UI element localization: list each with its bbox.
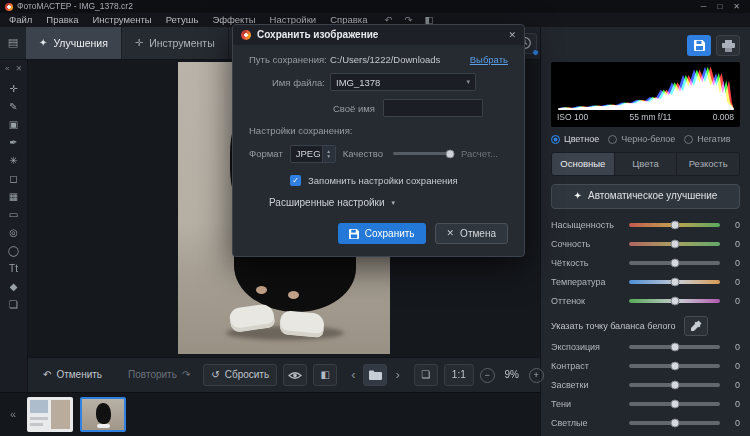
mode-color[interactable]: Цветное (551, 134, 599, 145)
exposure-track[interactable] (629, 345, 720, 349)
tint-track[interactable] (629, 299, 720, 303)
spin-down-icon[interactable]: ▾ (327, 154, 330, 159)
open-folder-button[interactable] (363, 364, 387, 386)
dialog-save-button[interactable]: Сохранить (338, 223, 426, 244)
slider-knob[interactable] (670, 278, 679, 287)
format-spinner[interactable]: ▴ ▾ (322, 146, 335, 162)
print-button[interactable] (716, 35, 740, 56)
advanced-settings-toggle[interactable]: Расширенные настройки ▾ (269, 197, 508, 209)
highlights-track[interactable] (629, 383, 720, 387)
checkbox-checked-icon[interactable]: ✓ (290, 175, 301, 186)
radio-selected-icon (551, 135, 560, 144)
radial-filter-tool-icon[interactable]: ◎ (6, 225, 22, 241)
filmstrip-collapse-icon[interactable]: « (6, 408, 20, 421)
format-select[interactable]: JPEG ▴ ▾ (290, 145, 336, 163)
zoom-in-button[interactable]: + (529, 368, 544, 383)
preview-original-button[interactable] (283, 364, 307, 386)
tab-sharpness[interactable]: Резкость (677, 153, 739, 175)
text-tool-icon[interactable]: Tt (6, 261, 22, 277)
dialog-cancel-button[interactable]: ✕ Отмена (435, 223, 508, 244)
slider-tint: Оттенок 0 (551, 292, 740, 311)
crop-tool-icon[interactable]: ◻ (6, 171, 22, 187)
advanced-settings-label: Расширенные настройки (269, 197, 385, 209)
vibrance-track[interactable] (629, 242, 720, 246)
zoom-out-button[interactable]: − (480, 368, 495, 383)
frame-tool-icon[interactable]: ❏ (6, 297, 22, 313)
stamp-tool-icon[interactable]: ▣ (6, 117, 22, 133)
thumb-image-block (51, 400, 70, 429)
clarity-track[interactable] (629, 261, 720, 265)
slider-knob[interactable] (670, 240, 679, 249)
tab-instruments[interactable]: ✛ Инструменты (122, 27, 229, 59)
slider-knob[interactable] (670, 259, 679, 268)
drop-tool-icon[interactable]: ◆ (6, 279, 22, 295)
quality-knob[interactable] (446, 149, 455, 158)
thumb-figure (96, 403, 111, 424)
subject-hand (288, 291, 299, 299)
slider-knob[interactable] (670, 297, 679, 306)
custom-name-field[interactable] (383, 99, 483, 117)
right-panel: ISO 100 55 mm f/11 0.008 Цветное Черно-б… (540, 27, 750, 436)
actual-size-button[interactable]: 1:1 (444, 364, 474, 386)
brush-tool-icon[interactable]: ✒ (6, 135, 22, 151)
tab-colors[interactable]: Цвета (615, 153, 678, 175)
mosaic-tool-icon[interactable]: ▦ (6, 189, 22, 205)
thumbnail-current-photo[interactable] (80, 397, 126, 432)
reset-icon: ↺ (211, 369, 219, 381)
filename-input[interactable] (336, 77, 462, 88)
white-balance-picker-button[interactable] (684, 316, 708, 336)
rail-collapse-icon[interactable]: « (5, 64, 9, 74)
tab-improvements[interactable]: ✦ Улучшения (26, 27, 122, 59)
maximize-button[interactable]: □ (717, 2, 722, 12)
close-button[interactable]: ✕ (733, 2, 740, 12)
menu-file[interactable]: Файл (2, 14, 39, 25)
mode-label: Негатив (697, 134, 730, 145)
mode-black-white[interactable]: Черно-белое (608, 134, 675, 145)
fit-icon: ❏ (421, 369, 430, 381)
slider-knob[interactable] (670, 362, 679, 371)
whites-track[interactable] (629, 421, 720, 425)
choose-path-link[interactable]: Выбрать (470, 54, 508, 65)
saturation-track[interactable] (629, 223, 720, 227)
move-tool-icon[interactable]: ✛ (6, 81, 22, 97)
adjustment-tool-icon[interactable]: ✳ (6, 153, 22, 169)
remember-settings-label[interactable]: Запомнить настройки сохранения (308, 175, 458, 186)
reset-button[interactable]: ↺ Сбросить (203, 364, 277, 386)
fit-screen-button[interactable]: ❏ (414, 364, 438, 386)
custom-name-input[interactable] (389, 103, 477, 114)
fill-tool-icon[interactable]: ✎ (6, 99, 22, 115)
panels-toggle-icon[interactable]: ▤ (0, 27, 26, 59)
slider-knob[interactable] (670, 400, 679, 409)
filename-combobox[interactable]: ▾ (330, 73, 476, 91)
shadows-track[interactable] (629, 402, 720, 406)
slider-knob[interactable] (670, 221, 679, 230)
vignette-tool-icon[interactable]: ▭ (6, 207, 22, 223)
slider-knob[interactable] (670, 343, 679, 352)
previous-photo-button[interactable]: ‹ (349, 367, 357, 383)
temperature-track[interactable] (629, 280, 720, 284)
ellipse-tool-icon[interactable]: ◯ (6, 243, 22, 259)
menu-edit[interactable]: Правка (39, 14, 85, 25)
tab-basic[interactable]: Основные (552, 153, 615, 175)
menu-tools[interactable]: Инструменты (85, 14, 158, 25)
slider-knob[interactable] (670, 419, 679, 428)
calc-size-label[interactable]: Расчет... (461, 148, 498, 159)
undo-button[interactable]: ↶ Отменить (36, 365, 109, 385)
next-photo-button[interactable]: › (393, 367, 401, 383)
split-compare-button[interactable]: ◧ (313, 364, 337, 386)
slider-knob[interactable] (670, 381, 679, 390)
save-image-button[interactable] (687, 35, 711, 56)
menu-retouch[interactable]: Ретушь (159, 14, 206, 25)
dropdown-arrow-icon[interactable]: ▾ (466, 78, 470, 86)
thumbnail-collage[interactable] (27, 397, 73, 432)
redo-button[interactable]: Повторить ↷ (121, 365, 197, 385)
mode-negative[interactable]: Негатив (684, 134, 730, 145)
dialog-close-icon[interactable]: ✕ (508, 30, 516, 41)
rail-close-icon[interactable]: ✕ (15, 64, 22, 74)
auto-improve-button[interactable]: ✦ Автоматическое улучшение (551, 184, 740, 209)
slider-saturation: Насыщенность 0 (551, 216, 740, 235)
dialog-buttons: Сохранить ✕ Отмена (249, 221, 508, 244)
contrast-track[interactable] (629, 364, 720, 368)
minimize-button[interactable]: ─ (701, 2, 707, 12)
quality-slider[interactable] (393, 152, 451, 155)
